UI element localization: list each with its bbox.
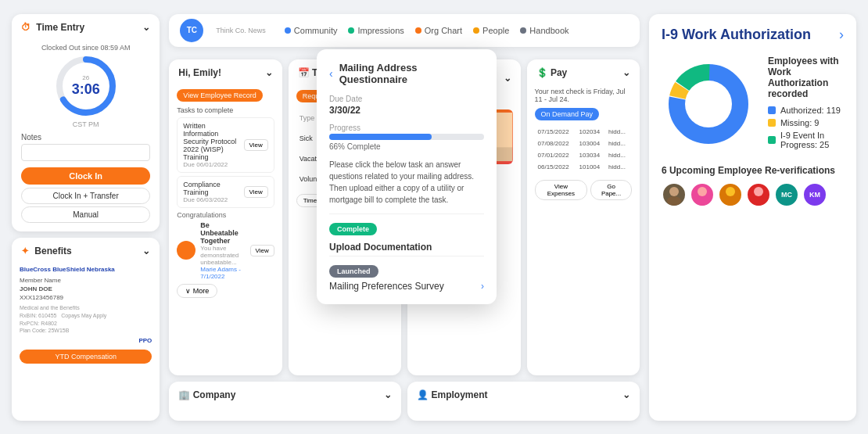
avatar-mc: MC	[774, 182, 799, 207]
employment-chevron-icon[interactable]: ⌄	[622, 389, 630, 400]
visit-community-button[interactable]: Visit Community	[415, 172, 483, 186]
pay-desc-1: hidd...	[607, 127, 630, 137]
manual-button[interactable]: Manual	[21, 206, 150, 223]
col-available: Available	[332, 109, 364, 127]
congrats-author: Marie Adams - 7/1/2022	[200, 266, 245, 280]
congrats-desc: You have demonstrated unbeatable...	[200, 245, 245, 266]
pay-icon: 💲	[536, 67, 548, 78]
sick-available: 40.00 hours	[332, 129, 364, 148]
pay-date-3: 07/01/2022	[536, 150, 576, 160]
pay-date-2: 07/08/2022	[536, 138, 576, 149]
svg-point-17	[723, 196, 737, 206]
hours-display: 26	[72, 74, 100, 81]
clock-time: 3:06	[72, 81, 100, 98]
ytd-compensation-button[interactable]: YTD Compensation	[20, 350, 152, 364]
nav-impressions-label: Impressions	[357, 26, 404, 35]
on-demand-pay-button[interactable]: On Demand Pay	[535, 108, 600, 120]
benefits-icon: ✦	[21, 246, 29, 256]
timeoff-card: 📅 Time Off ⌄ Request Time Off Type Avail…	[289, 59, 401, 375]
company-icon: 🏢	[178, 389, 190, 400]
clock-in-button[interactable]: Clock In	[21, 167, 150, 185]
pay-chevron-icon[interactable]: ⌄	[622, 67, 630, 78]
svg-point-6	[471, 126, 485, 140]
benefits-header: ✦ Benefits ⌄	[12, 238, 160, 261]
legend-missing: Missing: 9	[768, 118, 844, 127]
employment-icon: 👤	[417, 389, 429, 400]
pay-desc-2: hidd...	[607, 138, 630, 149]
svg-point-15	[695, 196, 709, 206]
emily-more-button[interactable]: ∨ More	[177, 284, 217, 298]
time-entry-card: ⏱ Time Entry ⌄ Clocked Out since 08:59 A…	[12, 14, 160, 231]
avatar-row: MC KM	[662, 182, 844, 207]
view-employee-button[interactable]: View Employee Record	[177, 89, 262, 102]
pay-desc-4: hidd...	[607, 162, 630, 172]
avatar-2	[690, 182, 715, 207]
vacation-available: 40.00 hours	[332, 149, 364, 168]
task-wisp-view-button[interactable]: View	[244, 139, 268, 151]
time-display: 26 3:06	[72, 74, 100, 98]
emily-greeting: Hi, Emily!	[178, 67, 221, 78]
svg-point-11	[685, 81, 732, 127]
caught-up-text: You're all caught up!	[415, 99, 512, 106]
svg-point-5	[443, 126, 457, 140]
next-check-text: Your next check is Friday, Jul 11 - Jul …	[535, 88, 632, 103]
timeoff-history-button[interactable]: Time Off History	[296, 194, 355, 207]
announcements-card: 📢 Announcements ⌄ You're all caught up!	[407, 59, 520, 375]
col-type: Type	[298, 109, 331, 127]
i9-chevron-icon[interactable]: ›	[839, 27, 844, 43]
company-chevron-icon[interactable]: ⌄	[384, 389, 392, 400]
clock-in-transfer-button[interactable]: Clock In + Transfer	[21, 188, 150, 204]
congrats-view-button[interactable]: View	[250, 245, 274, 256]
task-compliance-view-button[interactable]: View	[244, 186, 268, 198]
pay-desc-3: hidd...	[607, 150, 630, 160]
nav-handbook[interactable]: Handbook	[520, 26, 569, 35]
i9-header: I-9 Work Authorization ›	[662, 27, 844, 43]
svg-rect-7	[415, 147, 512, 161]
time-ring: 26 3:06	[55, 55, 117, 117]
svg-point-16	[726, 187, 735, 196]
svg-point-18	[754, 187, 763, 196]
donut-container: Employees with Work Authorization record…	[662, 56, 844, 152]
announcements-header: 📢 Announcements ⌄	[407, 59, 520, 94]
avatar-mc-initials: MC	[781, 191, 792, 199]
pay-header: 💲 Pay ⌄	[527, 59, 640, 83]
view-expenses-button[interactable]: View Expenses	[535, 180, 588, 200]
nav-community[interactable]: Community	[285, 26, 338, 35]
member-id: XXX123456789	[20, 293, 152, 302]
member-info: Member Name JOHN DOE XXX123456789 Medica…	[20, 276, 152, 346]
benefits-details: Medical and the BenefitsRxBIN: 610455 Co…	[20, 304, 152, 335]
legend-in-progress: I-9 Event In Progress: 25	[768, 131, 844, 149]
volunteer-future: 0.00 hours	[365, 170, 399, 188]
congrats-item: Be Unbeatable Together You have demonstr…	[177, 221, 274, 280]
in-progress-dot	[768, 136, 776, 144]
task-compliance-due: Due 06/03/2022	[183, 196, 243, 203]
nav-orgchart-label: Org Chart	[425, 26, 462, 35]
avatar-4	[746, 182, 771, 207]
emily-chevron-icon[interactable]: ⌄	[265, 67, 273, 78]
pay-row-4: 06/15/2022 101004 hidd...	[536, 162, 630, 172]
member-name: JOHN DOE	[20, 285, 152, 293]
task-item-compliance: Compliance Training Due 06/03/2022 View	[177, 176, 274, 208]
in-progress-label: I-9 Event In Progress: 25	[780, 131, 844, 149]
nav-people[interactable]: People	[473, 26, 509, 35]
nav-org-chart[interactable]: Org Chart	[415, 26, 462, 35]
timeoff-title: Time Off	[312, 67, 350, 78]
announce-chevron-icon[interactable]: ⌄	[504, 73, 511, 84]
nav-impressions[interactable]: Impressions	[348, 26, 404, 35]
go-paperless-button[interactable]: Go Pape...	[590, 180, 632, 200]
chevron-down-icon[interactable]: ⌄	[142, 22, 150, 33]
svg-point-13	[667, 196, 681, 206]
community-dot	[285, 27, 291, 34]
legend: Authorized: 119 Missing: 9 I-9 Event In …	[768, 106, 844, 149]
timezone-label: CST PM	[21, 120, 150, 128]
ppo-label: PPO	[20, 336, 152, 345]
vacation-type: Vacation	[298, 149, 331, 168]
timeoff-chevron-icon[interactable]: ⌄	[384, 67, 392, 78]
avatar-km-initials: KM	[809, 191, 820, 199]
benefits-chevron-icon[interactable]: ⌄	[142, 246, 150, 256]
notes-input[interactable]	[21, 144, 150, 161]
request-timeoff-button[interactable]: Request Time Off	[296, 90, 364, 102]
timeoff-more-button[interactable]: ∨ More	[358, 194, 393, 207]
missing-label: Missing: 9	[780, 118, 820, 127]
employees-title: Employees with Work Authorization record…	[768, 56, 844, 99]
